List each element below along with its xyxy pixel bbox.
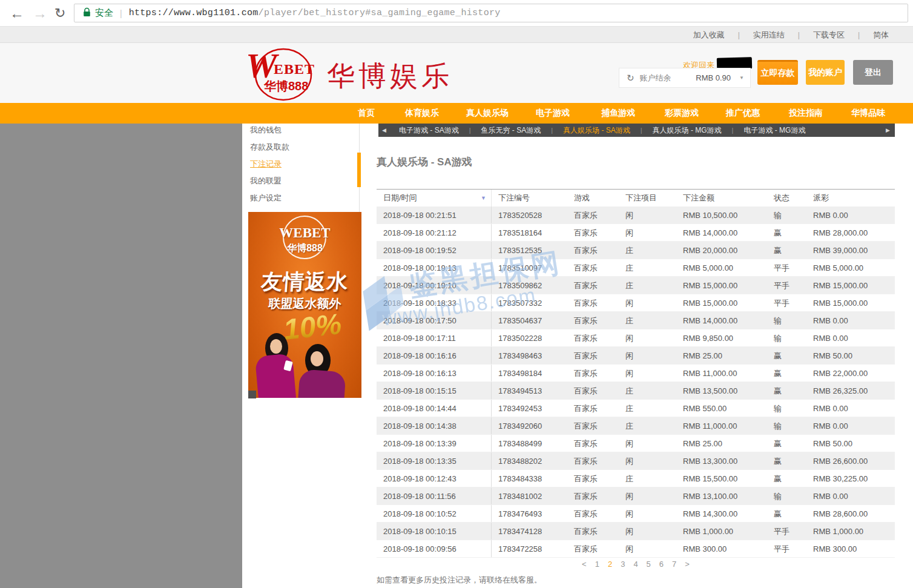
cell-game: 百家乐: [567, 224, 619, 241]
banner-percent: 10%: [282, 307, 343, 346]
cell-bet-amount: RMB 550.00: [676, 400, 767, 417]
game-tabstrip: 电子游戏 - SA游戏 | 鱼乐无穷 - SA游戏 | 真人娱乐场 - SA游戏…: [378, 124, 895, 137]
banner-logo-main: WEBET: [248, 225, 361, 241]
column-game: 游戏: [567, 190, 619, 206]
cell-date: 2018-09-18 00:21:12: [377, 224, 492, 241]
pagination-item[interactable]: 6: [659, 560, 664, 569]
table-row: 2018-09-18 00:15:15 1783494513 百家乐 庄 RMB…: [377, 382, 895, 400]
tab-fishing-sa[interactable]: 鱼乐无穷 - SA游戏: [481, 125, 541, 136]
topbar-link-simplified[interactable]: 简体: [873, 30, 889, 41]
cell-payout: RMB 30,225.00: [806, 470, 895, 487]
cell-bet-amount: RMB 11,000.00: [676, 365, 767, 382]
cell-bet-amount: RMB 9,850.00: [676, 329, 767, 346]
reload-icon[interactable]: ↻: [54, 4, 65, 23]
cell-payout: RMB 28,000.00: [806, 224, 895, 241]
sidebar-item-account-settings[interactable]: 账户设定: [250, 193, 341, 205]
banner-subtitle: 联盟返水额外: [248, 296, 361, 312]
forward-icon[interactable]: →: [33, 4, 47, 23]
cell-payout: RMB 300.00: [806, 540, 895, 557]
cell-status: 赢: [767, 224, 806, 241]
pagination-item[interactable]: 7: [672, 560, 676, 569]
site-logo[interactable]: W EBET 华博888: [247, 45, 323, 101]
topbar-link-favorites[interactable]: 加入收藏: [693, 30, 725, 41]
cell-game: 百家乐: [567, 470, 619, 487]
nav-item-lottery[interactable]: 彩票游戏: [665, 108, 699, 119]
cell-bet-amount: RMB 300.00: [676, 540, 767, 557]
promo-banner[interactable]: WEBET 华博888 友情返水 联盟返水额外 10%: [248, 212, 361, 398]
cell-game: 百家乐: [567, 417, 619, 434]
nav-item-betting-guide[interactable]: 投注指南: [789, 108, 823, 119]
cell-bet-item: 庄: [619, 277, 676, 294]
cell-payout: RMB 15,000.00: [806, 294, 895, 311]
cell-bet-item: 庄: [619, 417, 676, 434]
cell-bet-id: 1783474128: [492, 523, 567, 540]
pagination-item[interactable]: 1: [595, 560, 599, 569]
cell-game: 百家乐: [567, 523, 619, 540]
cell-game: 百家乐: [567, 347, 619, 364]
tab-live-casino-sa[interactable]: 真人娱乐场 - SA游戏: [563, 125, 630, 136]
nav-item-egames[interactable]: 电子游戏: [536, 108, 570, 119]
balance-refresh-icon[interactable]: ↻: [627, 73, 634, 84]
page-title: 真人娱乐场 - SA游戏: [377, 155, 472, 169]
cell-date: 2018-09-18 00:18:33: [377, 294, 492, 311]
banner-model-dress: [255, 353, 296, 398]
pagination-item[interactable]: <: [582, 560, 587, 569]
url-bar[interactable]: 安全 | https://www.wbg1101.com/player/bet_…: [74, 4, 908, 22]
pagination-item[interactable]: >: [685, 560, 690, 569]
cell-date: 2018-09-18 00:19:13: [377, 259, 492, 276]
tab-separator: |: [641, 127, 642, 134]
column-payout: 派彩: [806, 190, 895, 206]
pagination-item[interactable]: 3: [621, 560, 625, 569]
cell-status: 赢: [767, 452, 806, 469]
banner-corner-handle: [248, 391, 256, 398]
table-row: 2018-09-18 00:14:38 1783492060 百家乐 庄 RMB…: [377, 417, 895, 435]
sidebar-item-deposit-withdraw[interactable]: 存款及取款: [250, 142, 341, 154]
table-row: 2018-09-18 00:21:12 1783518164 百家乐 闲 RMB…: [377, 224, 895, 242]
nav-item-brand[interactable]: 华博品味: [851, 108, 885, 119]
pagination-item[interactable]: 2: [608, 560, 612, 569]
tab-live-casino-mg[interactable]: 真人娱乐场 - MG游戏: [653, 125, 722, 136]
cell-bet-amount: RMB 13,300.00: [676, 452, 767, 469]
cell-bet-item: 闲: [619, 487, 676, 504]
pagination-item[interactable]: 4: [633, 560, 638, 569]
table-row: 2018-09-18 00:19:13 1783510097 百家乐 庄 RMB…: [377, 259, 895, 277]
deposit-button[interactable]: 立即存款: [757, 60, 798, 85]
sort-icon[interactable]: ▼: [481, 190, 486, 206]
topbar-link-useful[interactable]: 实用连结: [753, 30, 785, 41]
nav-item-fishing[interactable]: 捕鱼游戏: [601, 108, 635, 119]
nav-item-sports[interactable]: 体育娱乐: [405, 108, 439, 119]
sidebar-item-bet-history[interactable]: 下注记录: [250, 159, 341, 171]
cell-game: 百家乐: [567, 505, 619, 522]
cell-bet-item: 闲: [619, 540, 676, 557]
tabstrip-right-arrow-icon[interactable]: ▶: [886, 124, 890, 137]
back-icon[interactable]: ←: [10, 4, 24, 23]
cell-bet-id: 1783510097: [492, 259, 567, 276]
topbar-link-download[interactable]: 下载专区: [813, 30, 845, 41]
cell-bet-id: 1783504637: [492, 312, 567, 329]
cell-date: 2018-09-18 00:16:13: [377, 365, 492, 382]
logout-button[interactable]: 登出: [853, 60, 893, 85]
sidebar-item-wallet[interactable]: 我的钱包: [250, 125, 341, 137]
nav-item-promotions[interactable]: 推广优惠: [726, 108, 760, 119]
pagination-item[interactable]: 5: [647, 560, 651, 569]
cell-bet-item: 庄: [619, 242, 676, 259]
my-account-button[interactable]: 我的账户: [806, 60, 845, 85]
cell-payout: RMB 5,000.00: [806, 259, 895, 276]
cell-bet-item: 庄: [619, 400, 676, 417]
nav-item-live-casino[interactable]: 真人娱乐场: [466, 108, 509, 119]
cell-date: 2018-09-18 00:14:44: [377, 400, 492, 417]
tab-egames-sa[interactable]: 电子游戏 - SA游戏: [399, 125, 459, 136]
tabstrip-left-arrow-icon[interactable]: ◀: [382, 124, 386, 137]
tab-egames-mg[interactable]: 电子游戏 - MG游戏: [743, 125, 805, 136]
cell-bet-id: 1783481002: [492, 487, 567, 504]
balance-dropdown-icon[interactable]: ▼: [739, 75, 744, 81]
nav-item-home[interactable]: 首页: [358, 108, 375, 119]
column-bet-amount: 下注金额: [676, 190, 767, 206]
cell-bet-item: 庄: [619, 259, 676, 276]
cell-bet-id: 1783494513: [492, 382, 567, 399]
url-text[interactable]: https://www.wbg1101.com/player/bet_histo…: [129, 8, 501, 18]
sidebar-item-affiliate[interactable]: 我的联盟: [250, 176, 341, 188]
table-row: 2018-09-18 00:16:13 1783498184 百家乐 闲 RMB…: [377, 365, 895, 382]
cell-bet-amount: RMB 14,000.00: [676, 312, 767, 329]
cell-bet-id: 1783488202: [492, 452, 567, 469]
